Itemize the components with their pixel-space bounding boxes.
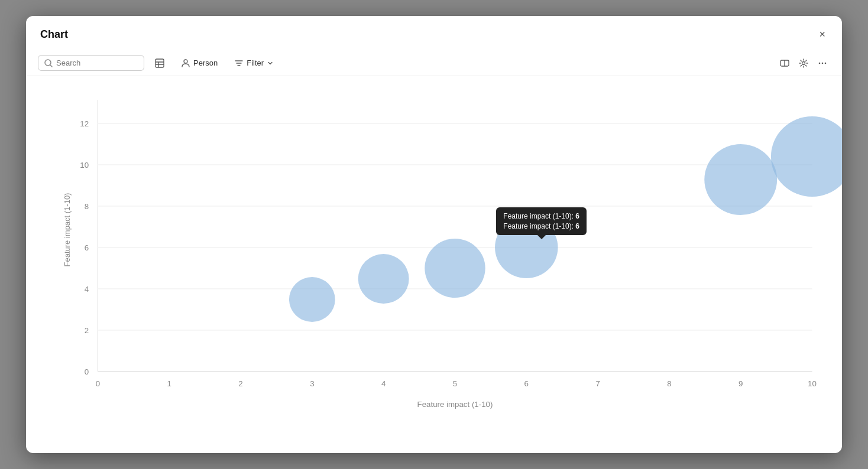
person-icon [181,58,190,68]
window-title: Chart [40,28,68,41]
svg-text:9: 9 [739,379,743,388]
more-options-button[interactable] [815,56,830,71]
svg-text:Feature impact (1-10): Feature impact (1-10) [63,193,72,267]
svg-text:3: 3 [310,379,314,388]
gear-icon [799,58,808,68]
bubble-1[interactable] [289,277,335,322]
search-icon [44,59,53,67]
filter-button[interactable]: Filter [228,56,280,71]
chart-window: Chart × Person [26,16,842,453]
svg-text:8: 8 [85,202,89,211]
svg-text:4: 4 [85,285,89,294]
svg-text:0: 0 [85,367,89,376]
svg-line-1 [50,65,52,67]
svg-point-10 [819,62,821,64]
title-bar: Chart × [26,16,842,50]
svg-text:6: 6 [524,379,529,388]
svg-rect-2 [156,59,164,67]
filter-label: Filter [247,58,264,67]
svg-text:Feature impact (1-10): Feature impact (1-10) [417,400,493,409]
bubble-4[interactable] [495,217,558,278]
settings-button[interactable] [796,56,811,71]
svg-text:10: 10 [808,379,817,388]
bubble-3[interactable] [425,239,485,298]
export-button[interactable] [149,56,170,71]
toolbar-right [777,56,830,71]
svg-text:4: 4 [381,379,386,388]
svg-text:0: 0 [96,379,100,388]
svg-point-11 [822,62,824,64]
svg-text:8: 8 [667,379,671,388]
filter-icon [234,58,244,68]
svg-point-12 [825,62,827,64]
ellipsis-icon [818,58,827,68]
chart-area: 0 2 4 6 8 10 12 0 1 2 3 4 5 6 7 8 9 10 [26,76,842,453]
svg-text:6: 6 [85,243,89,252]
svg-text:10: 10 [80,161,89,170]
bubble-2[interactable] [358,254,409,304]
scatter-chart: 0 2 4 6 8 10 12 0 1 2 3 4 5 6 7 8 9 10 [61,88,824,419]
chevron-down-icon [267,60,274,67]
svg-text:5: 5 [453,379,457,388]
svg-text:12: 12 [80,119,89,128]
svg-text:2: 2 [238,379,242,388]
table-icon [155,58,164,68]
toolbar: Person Filter [26,50,842,76]
bubble-6[interactable] [771,116,842,197]
close-button[interactable]: × [817,27,828,42]
svg-point-6 [184,60,187,63]
search-input[interactable] [56,58,138,67]
split-view-button[interactable] [777,56,792,71]
person-label: Person [193,58,218,67]
bubble-5[interactable] [704,144,777,215]
svg-text:2: 2 [85,326,89,335]
chart-inner: 0 2 4 6 8 10 12 0 1 2 3 4 5 6 7 8 9 10 [61,88,824,419]
svg-point-9 [802,61,805,64]
svg-text:7: 7 [595,379,600,388]
person-button[interactable]: Person [175,56,224,71]
search-box[interactable] [38,55,144,71]
svg-text:1: 1 [167,379,171,388]
split-view-icon [780,58,789,68]
